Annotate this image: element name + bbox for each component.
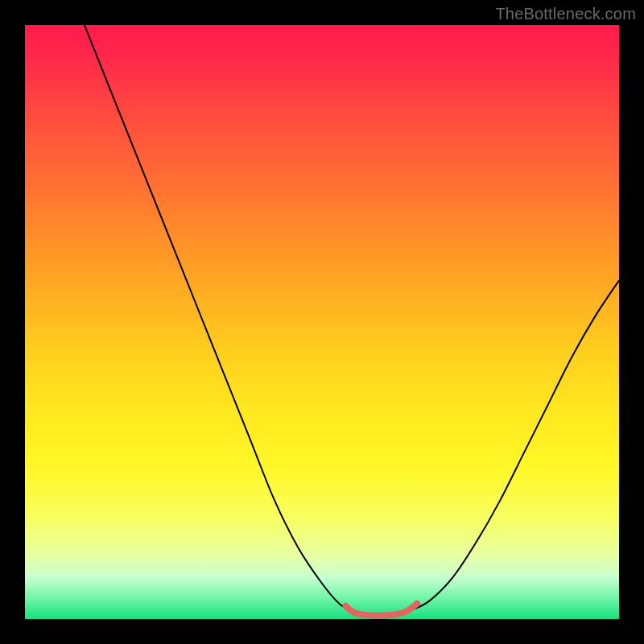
chart-plot-area: [25, 25, 619, 619]
series-curve-left: [85, 25, 352, 610]
chart-frame: TheBottleneck.com: [0, 0, 644, 644]
watermark-text: TheBottleneck.com: [495, 5, 636, 23]
chart-svg: [25, 25, 619, 619]
series-curve-right: [411, 280, 619, 610]
series-optimal-segment: [346, 604, 418, 616]
